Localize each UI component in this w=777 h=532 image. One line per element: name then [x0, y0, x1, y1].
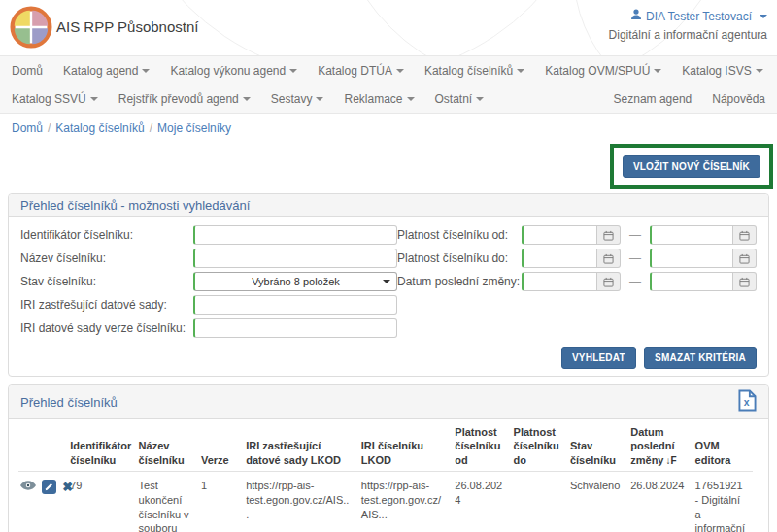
validity-to-start-input[interactable] [522, 249, 597, 268]
chevron-down-icon [654, 69, 661, 73]
nav-item-katalog-vykonu-agend[interactable]: Katalog výkonu agend [170, 64, 297, 78]
app-title: AIS RPP Působnostní [56, 18, 198, 35]
calendar-icon[interactable] [597, 225, 621, 245]
nav-item-domu[interactable]: Domů [12, 64, 43, 78]
breadcrumb-item-katalog-ciselniku[interactable]: Katalog číselníků [55, 121, 144, 135]
search-form-right: Platnost číselníku od: — Platnost číseln… [397, 225, 757, 342]
table-header-row: Identifikátor číselníku Název číselníku … [18, 421, 753, 471]
iri-dataset-input[interactable] [193, 295, 397, 315]
view-icon[interactable] [20, 480, 36, 494]
nav-item-katalog-ciselniku[interactable]: Katalog číselníků [424, 64, 524, 78]
nav-label: Ostatní [435, 92, 473, 106]
col-actions [18, 421, 65, 471]
search-panel-body: Identifikátor číselníku: Název číselníku… [9, 217, 768, 376]
validity-from-end-input[interactable] [650, 225, 733, 245]
annotation-highlight-box: VLOŽIT NOVÝ ČÍSELNÍK [610, 144, 773, 189]
table-row: ✖ 79 Test ukončení číselníku v souboru č… [18, 471, 753, 532]
nav-item-katalog-dtua[interactable]: Katalog DTÚA [318, 64, 404, 78]
cell-iri-codelist: https://rpp-ais-test.egon.gov.cz/AIS... [356, 471, 451, 532]
cell-identifier: 79 [65, 471, 133, 532]
nav-item-reklamace[interactable]: Reklamace [344, 92, 414, 106]
cell-valid-to [509, 471, 565, 532]
main-navbar: Domů Katalog agend Katalog výkonu agend … [0, 55, 777, 114]
cell-iri-dataset: https://rpp-ais-test.egon.gov.cz/AIS... [241, 471, 356, 532]
user-menu[interactable]: DIA Tester Testovací [609, 9, 767, 23]
nav-item-katalog-ssvu[interactable]: Katalog SSVÚ [12, 92, 98, 106]
nav-item-katalog-ovm-spuu[interactable]: Katalog OVM/SPUÚ [545, 64, 661, 78]
calendar-icon[interactable] [597, 272, 621, 291]
nav-label: Rejstřík převodů agend [118, 92, 239, 106]
col-valid-from: Platnost číselníku od [450, 421, 508, 471]
insert-new-codelist-button[interactable]: VLOŽIT NOVÝ ČÍSELNÍK [623, 155, 760, 178]
user-icon [630, 9, 642, 23]
calendar-icon[interactable] [733, 225, 757, 245]
nav-item-ostatni[interactable]: Ostatní [435, 92, 485, 106]
search-panel: Přehled číselníků - možnosti vyhledávání… [8, 193, 769, 377]
validity-from-start-input[interactable] [522, 225, 597, 245]
search-button[interactable]: VYHLEDAT [561, 347, 636, 369]
results-table-container: Identifikátor číselníku Název číselníku … [9, 419, 768, 532]
chevron-down-icon [243, 97, 251, 101]
calendar-icon[interactable] [733, 249, 757, 268]
nav-label: Katalog číselníků [424, 64, 513, 78]
chevron-down-icon [289, 69, 297, 73]
state-multiselect[interactable]: Vybráno 8 položek [193, 272, 397, 291]
col-valid-to: Platnost číselníku do [509, 421, 565, 471]
state-label: Stav číselníku: [20, 275, 193, 288]
clear-criteria-button[interactable]: SMAZAT KRITÉRIA [644, 347, 757, 369]
identifier-input[interactable] [193, 225, 397, 245]
range-dash: — [629, 275, 641, 288]
app-header: AIS RPP Působnostní DIA Tester Testovací… [0, 0, 777, 55]
nav-group-left: Katalog SSVÚ Rejstřík převodů agend Sest… [12, 92, 484, 106]
page-toolbar: VLOŽIT NOVÝ ČÍSELNÍK [0, 143, 777, 193]
chevron-down-icon [316, 97, 323, 101]
nav-label: Katalog OVM/SPUÚ [545, 64, 650, 78]
chevron-down-icon [396, 69, 404, 73]
nav-item-napoveda[interactable]: Nápověda [712, 92, 765, 106]
col-iri-codelist: IRI číselníku LKOD [356, 421, 451, 471]
col-state: Stav číselníku [565, 421, 625, 471]
cell-last-change: 26.08.2024 [625, 471, 690, 532]
iri-version-input[interactable] [193, 318, 397, 338]
app-logo-icon [10, 6, 52, 51]
chevron-down-icon [383, 280, 390, 283]
cell-version: 1 [196, 471, 241, 532]
nav-label: Nápověda [712, 92, 765, 106]
search-actions: VYHLEDAT SMAZAT KRITÉRIA [20, 347, 757, 369]
nav-row-1: Domů Katalog agend Katalog výkonu agend … [12, 56, 765, 84]
nav-item-sestavy[interactable]: Sestavy [271, 92, 324, 106]
chevron-down-icon [407, 97, 415, 101]
last-change-label: Datum poslední změny: [397, 275, 522, 288]
edit-icon[interactable] [42, 480, 56, 494]
nav-label: Seznam agend [614, 92, 693, 106]
nav-item-rejstrik-prevodu-agend[interactable]: Rejstřík převodů agend [118, 92, 251, 106]
nav-group-right: Seznam agend Nápověda [614, 92, 765, 106]
last-change-end-input[interactable] [650, 272, 733, 291]
col-iri-dataset: IRI zastřešující datové sady LKOD [241, 421, 356, 471]
nav-label: Katalog DTÚA [318, 64, 392, 78]
validity-to-end-input[interactable] [650, 249, 733, 268]
nav-item-katalog-agend[interactable]: Katalog agend [63, 64, 150, 78]
search-panel-title: Přehled číselníků - možnosti vyhledávání [20, 198, 250, 213]
name-label: Název číselníku: [20, 251, 193, 265]
breadcrumb-item-moje-ciselniky: Moje číselníky [157, 121, 231, 135]
nav-item-katalog-isvs[interactable]: Katalog ISVS [682, 64, 762, 78]
identifier-label: Identifikátor číselníku: [20, 228, 193, 242]
export-excel-icon[interactable]: x [738, 389, 757, 415]
chevron-down-icon [142, 69, 150, 73]
col-name: Název číselníku [134, 421, 196, 471]
nav-label: Katalog SSVÚ [12, 92, 86, 106]
results-panel: Přehled číselníků x Identifikátor číseln… [8, 384, 769, 532]
sort-icon: ↓F [665, 455, 676, 466]
name-input[interactable] [193, 249, 397, 268]
col-identifier: Identifikátor číselníku [65, 421, 133, 471]
breadcrumb-separator: / [48, 121, 51, 135]
calendar-icon[interactable] [733, 272, 757, 291]
nav-item-seznam-agend[interactable]: Seznam agend [614, 92, 693, 106]
breadcrumb-item-domu[interactable]: Domů [12, 121, 43, 135]
nav-label: Domů [12, 64, 43, 78]
last-change-start-input[interactable] [522, 272, 597, 291]
validity-to-label: Platnost číselníku do: [397, 251, 522, 265]
col-last-change[interactable]: Datum poslední změny↓F [625, 421, 690, 471]
calendar-icon[interactable] [597, 249, 621, 268]
